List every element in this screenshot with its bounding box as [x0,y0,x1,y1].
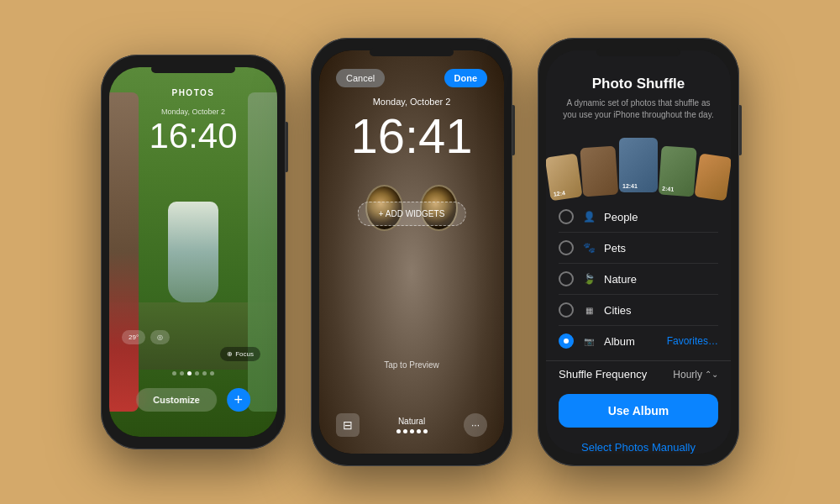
cities-label: Cities [604,304,718,317]
natural-label: Natural [398,417,425,426]
phone-3-screen: Photo Shuffle A dynamic set of photos th… [546,50,731,454]
temp-value: 29° [129,333,139,341]
radio-album[interactable] [559,333,574,349]
phone1-widgets-row: 29° ◎ [122,330,265,344]
album-icon: 📷 [582,334,596,348]
cities-icon: ▦ [582,303,596,317]
plus-button[interactable]: + [227,388,250,412]
use-album-button[interactable]: Use Album [559,394,718,428]
dot-5 [202,371,207,375]
cancel-button[interactable]: Cancel [336,69,385,87]
pets-label: Pets [604,242,718,255]
frequency-value-text: Hourly [673,369,702,381]
dot-3-active [187,371,192,375]
nature-label: Nature [604,273,718,286]
style-dot-4 [417,429,421,433]
style-dot-2 [403,429,407,433]
options-list: 👤 People 🐾 Pets 🍃 Nature ▦ Cities [546,197,731,360]
phone-1-screen: PHOTOS Monday, October 2 16:40 29° ◎ ⊕ F… [109,67,277,437]
photos-preview: 12:4 12:41 2:41 [546,129,731,197]
thumb-time-1: 12:4 [553,190,565,197]
focus-label: Focus [235,350,254,358]
select-photos-manually-link[interactable]: Select Photos Manually [546,434,731,454]
album-label: Album [604,335,659,348]
page-dots [172,371,214,375]
thumb-time-4: 2:41 [662,186,674,192]
phone-2: Cancel Done Monday, October 2 16:41 + AD… [311,38,512,466]
dot-2 [180,371,184,375]
waterfall-graphic [168,202,218,302]
frequency-chevron: ⌃⌄ [705,370,718,379]
pets-icon: 🐾 [582,241,596,255]
stack-icon[interactable]: ⊟ [336,413,360,437]
radio-nature[interactable] [559,271,574,286]
shuffle-header: Photo Shuffle A dynamic set of photos th… [546,50,731,129]
style-dot-3 [410,429,414,433]
phone1-lock-time: 16:40 [149,116,237,156]
add-widgets-button[interactable]: + ADD WIDGETS [358,202,466,226]
frequency-label: Shuffle Frequency [559,368,673,381]
dot-1 [172,371,176,375]
right-side-photo [248,92,277,412]
option-nature[interactable]: 🍃 Nature [559,264,718,295]
customize-bar: Customize + [136,388,250,412]
ring-widget: ◎ [150,330,170,344]
left-side-photo [109,92,139,412]
shuffle-title: Photo Shuffle [563,76,714,92]
phone1-lock-date: Monday, October 2 [161,108,225,116]
tap-preview-label: Tap to Preview [384,360,439,370]
people-icon: 👤 [582,210,596,223]
frequency-value[interactable]: Hourly ⌃⌄ [673,369,718,381]
phone-1: PHOTOS Monday, October 2 16:40 29° ◎ ⊕ F… [101,55,286,449]
photo-shuffle-panel: Photo Shuffle A dynamic set of photos th… [546,50,731,454]
frequency-row: Shuffle Frequency Hourly ⌃⌄ [546,360,731,387]
radio-people[interactable] [559,209,574,224]
radio-cities[interactable] [559,302,574,318]
album-value[interactable]: Favorites… [667,335,718,347]
dot-4 [195,371,199,375]
option-people[interactable]: 👤 People [559,202,718,233]
focus-badge: ⊕ Focus [220,347,260,361]
done-button[interactable]: Done [444,69,488,87]
style-dots [396,429,428,433]
phone-3: Photo Shuffle A dynamic set of photos th… [538,38,739,466]
phone2-bottom-bar: ⊟ Natural ··· [319,413,504,437]
phone2-top-bar: Cancel Done [319,69,504,87]
option-album[interactable]: 📷 Album Favorites… [559,326,718,356]
photos-label: PHOTOS [171,88,214,97]
preview-thumb-1: 12:4 [546,154,583,202]
option-cities[interactable]: ▦ Cities [559,295,718,326]
style-dot-5 [423,429,428,433]
option-pets[interactable]: 🐾 Pets [559,233,718,264]
phone2-lock-date: Monday, October 2 [373,97,451,107]
people-label: People [604,211,718,223]
preview-thumb-3: 12:41 [619,138,658,192]
preview-thumb-2 [580,146,618,197]
phone-2-screen: Cancel Done Monday, October 2 16:41 + AD… [319,50,504,454]
preview-thumb-5 [694,154,731,202]
nature-icon: 🍃 [582,272,596,286]
focus-icon: ⊕ [227,350,233,358]
preview-thumb-4: 2:41 [659,146,697,197]
ring-icon: ◎ [157,333,163,341]
dot-6 [210,371,214,375]
customize-button[interactable]: Customize [136,388,217,412]
thumb-time-3: 12:41 [622,183,638,189]
radio-pets[interactable] [559,240,574,255]
shuffle-description: A dynamic set of photos that shuffle as … [563,97,714,121]
more-button[interactable]: ··· [464,413,487,437]
temp-widget: 29° [122,330,145,344]
phone2-lock-time: 16:41 [350,108,472,164]
style-dot-1 [396,429,401,433]
